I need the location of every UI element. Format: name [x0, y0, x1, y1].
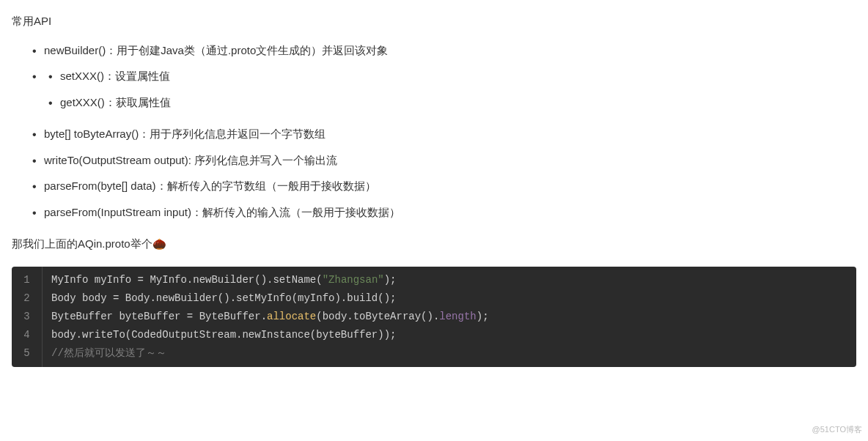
code-token: Body body = Body.newBuilder().setMyInfo(…: [51, 292, 396, 304]
list-item: writeTo(OutputStream output): 序列化信息并写入一个…: [28, 151, 856, 170]
code-block: 1MyInfo myInfo = MyInfo.newBuilder().set…: [12, 267, 856, 367]
list-item-text: newBuilder()：用于创建Java类（通过.proto文件生成的）并返回…: [44, 44, 388, 56]
api-list: setXXX()：设置属性值 getXXX()：获取属性值: [12, 67, 856, 111]
code-token: length: [439, 311, 476, 322]
list-item: parseFrom(byte[] data)：解析传入的字节数组（一般用于接收数…: [28, 177, 856, 196]
code-token: MyInfo myInfo = MyInfo.newBuilder().setN…: [51, 274, 323, 286]
list-item-text: byte[] toByteArray()：用于序列化信息并返回一个字节数组: [44, 127, 326, 140]
code-line-number: 5: [12, 344, 43, 367]
code-line-number: 2: [12, 289, 43, 308]
paragraph: 那我们上面的AQin.proto举个🌰: [12, 234, 856, 253]
code-token: body.writeTo(CodedOutputStream.newInstan…: [51, 329, 396, 341]
list-item-text: parseFrom(InputStream input)：解析传入的输入流（一般…: [44, 206, 400, 218]
code-row: 3ByteBuffer byteBuffer = ByteBuffer.allo…: [12, 308, 856, 326]
code-token: ByteBuffer byteBuffer = ByteBuffer.: [51, 311, 267, 322]
code-token: allocate: [267, 311, 316, 322]
code-token: );: [384, 274, 397, 286]
code-row: 2Body body = Body.newBuilder().setMyInfo…: [12, 289, 856, 308]
code-line-number: 3: [12, 308, 43, 326]
code-line: //然后就可以发送了～～: [43, 344, 856, 367]
code-line: body.writeTo(CodedOutputStream.newInstan…: [43, 326, 856, 344]
list-item-text: setXXX()：设置属性值: [60, 70, 170, 82]
code-row: 1MyInfo myInfo = MyInfo.newBuilder().set…: [12, 267, 856, 289]
code-row: 4body.writeTo(CodedOutputStream.newInsta…: [12, 326, 856, 344]
list-item: newBuilder()：用于创建Java类（通过.proto文件生成的）并返回…: [28, 41, 856, 60]
section-heading: 常用API: [12, 12, 856, 31]
code-token: (body.toByteArray().: [316, 311, 439, 322]
list-item: byte[] toByteArray()：用于序列化信息并返回一个字节数组: [28, 125, 856, 144]
list-item-text: parseFrom(byte[] data)：解析传入的字节数组（一般用于接收数…: [44, 179, 376, 192]
code-token: "Zhangsan": [323, 274, 384, 286]
code-token: //然后就可以发送了～～: [51, 347, 166, 359]
code-row: 5//然后就可以发送了～～: [12, 344, 856, 367]
api-list: newBuilder()：用于创建Java类（通过.proto文件生成的）并返回…: [12, 41, 856, 60]
code-line-number: 1: [12, 267, 43, 289]
api-list: byte[] toByteArray()：用于序列化信息并返回一个字节数组 wr…: [12, 125, 856, 221]
code-line-number: 4: [12, 326, 43, 344]
list-item-text: writeTo(OutputStream output): 序列化信息并写入一个…: [44, 154, 337, 166]
list-item: setXXX()：设置属性值 getXXX()：获取属性值: [28, 67, 856, 111]
code-line: ByteBuffer byteBuffer = ByteBuffer.alloc…: [43, 308, 856, 326]
code-line: MyInfo myInfo = MyInfo.newBuilder().setN…: [43, 267, 856, 289]
code-line: Body body = Body.newBuilder().setMyInfo(…: [43, 289, 856, 308]
list-item: parseFrom(InputStream input)：解析传入的输入流（一般…: [28, 203, 856, 222]
list-item-text: getXXX()：获取属性值: [60, 96, 171, 108]
code-token: );: [477, 311, 489, 322]
list-item: setXXX()：设置属性值: [44, 67, 856, 86]
nested-list: setXXX()：设置属性值 getXXX()：获取属性值: [44, 67, 856, 111]
list-item: getXXX()：获取属性值: [44, 93, 856, 112]
